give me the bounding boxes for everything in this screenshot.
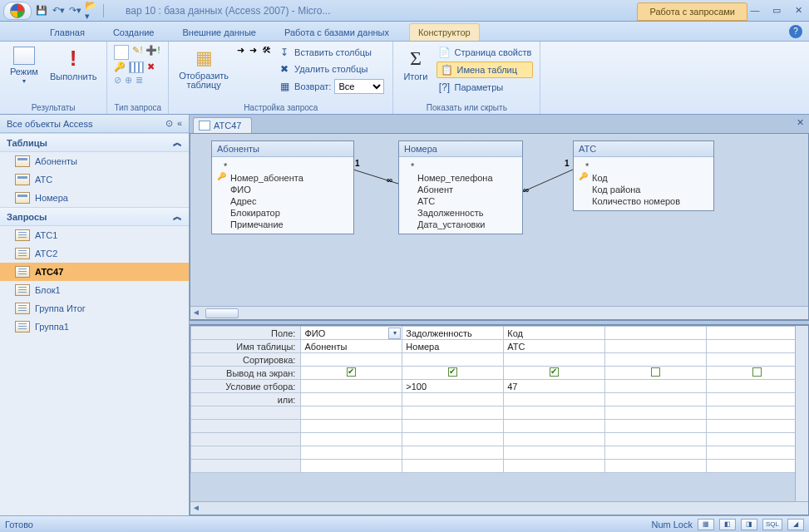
grid-cell-empty[interactable] bbox=[504, 460, 605, 473]
field-item[interactable]: * bbox=[580, 160, 707, 172]
builder-icon[interactable]: 🛠 bbox=[262, 45, 271, 56]
grid-cell-empty[interactable] bbox=[605, 446, 707, 460]
nav-item-table[interactable]: Номера bbox=[0, 189, 189, 207]
run-button[interactable]: ! Выполнить bbox=[47, 45, 100, 83]
tab-external-data[interactable]: Внешние данные bbox=[175, 24, 264, 41]
field-item[interactable]: Адрес bbox=[219, 195, 347, 207]
grid-cell-empty[interactable] bbox=[402, 446, 504, 460]
nav-collapse-icon[interactable]: « bbox=[177, 118, 182, 128]
grid-cell-empty[interactable] bbox=[605, 420, 707, 433]
grid-cell-or[interactable] bbox=[301, 393, 402, 406]
redo-icon[interactable]: ↷▾ bbox=[68, 4, 81, 17]
union-icon[interactable]: ⊘ bbox=[114, 75, 121, 86]
view-button[interactable]: Режим ▼ bbox=[7, 45, 42, 86]
totals-button[interactable]: Σ Итоги bbox=[400, 45, 431, 83]
checkbox-icon[interactable] bbox=[752, 367, 762, 377]
table-box-nomera[interactable]: Номера*Номер_телефонаАбонентАТСЗадолженн… bbox=[398, 140, 523, 234]
grid-cell-empty[interactable] bbox=[707, 460, 808, 473]
grid-cell-empty[interactable] bbox=[402, 460, 504, 473]
field-item[interactable]: Номер_абонента bbox=[219, 172, 347, 184]
field-item[interactable]: Абонент bbox=[406, 184, 515, 195]
grid-hscrollbar[interactable] bbox=[190, 501, 808, 515]
tab-create[interactable]: Создание bbox=[105, 24, 163, 41]
field-item[interactable]: Код района bbox=[580, 184, 707, 195]
grid-cell-empty[interactable] bbox=[402, 420, 504, 433]
grid-cell-table[interactable] bbox=[707, 340, 808, 353]
table-box-title[interactable]: Номера bbox=[399, 141, 522, 157]
delete-columns-button[interactable]: ✖Удалить столбцы bbox=[276, 62, 386, 76]
nav-item-query[interactable]: АТС1 bbox=[0, 226, 189, 244]
nav-item-query[interactable]: Группа Итог bbox=[0, 299, 189, 318]
grid-cell-empty[interactable] bbox=[504, 406, 605, 420]
grid-cell-criteria[interactable]: >100 bbox=[402, 380, 504, 393]
grid-cell-show[interactable] bbox=[301, 367, 402, 380]
nav-item-query[interactable]: АТС2 bbox=[0, 244, 189, 263]
grid-cell-field[interactable] bbox=[605, 327, 707, 340]
checkbox-icon[interactable] bbox=[448, 367, 457, 377]
grid-cell-empty[interactable] bbox=[402, 406, 504, 420]
tab-home[interactable]: Главная bbox=[42, 24, 93, 41]
return-select[interactable]: Все bbox=[334, 79, 384, 94]
view-pivot-button[interactable]: ◧ bbox=[719, 519, 736, 530]
field-item[interactable]: Примечание bbox=[219, 219, 347, 230]
grid-cell-empty[interactable] bbox=[301, 420, 402, 433]
return-button[interactable]: ▦Возврат: Все bbox=[276, 78, 386, 95]
open-icon[interactable]: 📂▾ bbox=[85, 4, 98, 17]
field-item[interactable]: * bbox=[406, 160, 515, 172]
grid-cell-field[interactable]: Код bbox=[504, 327, 605, 340]
grid-cell-sort[interactable] bbox=[707, 353, 808, 367]
help-button[interactable]: ? bbox=[789, 25, 802, 38]
checkbox-icon[interactable] bbox=[347, 367, 356, 377]
grid-cell-table[interactable]: АТС bbox=[504, 340, 605, 353]
field-item[interactable]: АТС bbox=[406, 195, 515, 207]
grid-cell-show[interactable] bbox=[402, 367, 504, 380]
show-table-button[interactable]: ▦ Отобразить таблицу bbox=[175, 45, 232, 91]
field-item[interactable]: Блокиратор bbox=[219, 207, 347, 219]
grid-cell-empty[interactable] bbox=[504, 446, 605, 460]
nav-item-table[interactable]: АТС bbox=[0, 170, 189, 189]
grid-cell-sort[interactable] bbox=[504, 353, 605, 367]
nav-item-query[interactable]: Блок1 bbox=[0, 281, 189, 299]
document-tab[interactable]: АТС47 bbox=[193, 117, 252, 133]
insert-columns-button[interactable]: ↧Вставить столбцы bbox=[276, 45, 386, 60]
field-item[interactable]: Дата_установки bbox=[406, 219, 515, 230]
field-item[interactable]: ФИО bbox=[219, 184, 347, 195]
field-item[interactable]: Задолженность bbox=[406, 207, 515, 219]
nav-group-tables[interactable]: Таблицы︽ bbox=[0, 133, 189, 152]
delete-query-icon[interactable]: ✖ bbox=[147, 62, 155, 73]
grid-cell-criteria[interactable] bbox=[605, 380, 707, 393]
grid-cell-table[interactable]: Абоненты bbox=[301, 340, 402, 353]
grid-cell-or[interactable] bbox=[402, 393, 504, 406]
checkbox-icon[interactable] bbox=[550, 367, 559, 377]
table-box-title[interactable]: АТС bbox=[574, 141, 713, 157]
tab-db-tools[interactable]: Работа с базами данных bbox=[276, 24, 397, 41]
grid-cell-sort[interactable] bbox=[402, 353, 504, 367]
grid-cell-empty[interactable] bbox=[504, 433, 605, 446]
insert-rows-icon[interactable]: ➜ bbox=[237, 45, 244, 56]
grid-vscrollbar[interactable] bbox=[795, 326, 808, 501]
make-table-icon[interactable]: ✎! bbox=[132, 45, 142, 60]
grid-cell-empty[interactable] bbox=[301, 460, 402, 473]
upper-pane-hscrollbar[interactable] bbox=[190, 306, 808, 319]
nav-dropdown-icon[interactable]: ⊙ bbox=[165, 118, 173, 128]
grid-cell-empty[interactable] bbox=[707, 420, 808, 433]
dropdown-icon[interactable]: ▾ bbox=[388, 328, 401, 339]
grid-cell-criteria[interactable] bbox=[707, 380, 808, 393]
grid-cell-or[interactable] bbox=[504, 393, 605, 406]
parameters-button[interactable]: [?]Параметры bbox=[437, 80, 534, 95]
nav-group-queries[interactable]: Запросы︽ bbox=[0, 207, 189, 226]
passthrough-icon[interactable]: ⊕ bbox=[125, 75, 132, 86]
query-design-upper-pane[interactable]: 1 ∞ ∞ 1 Абоненты*Номер_абонентаФИОАдресБ… bbox=[190, 133, 809, 320]
grid-cell-empty[interactable] bbox=[707, 406, 808, 420]
grid-cell-criteria[interactable]: 47 bbox=[504, 380, 605, 393]
view-sql-button[interactable]: SQL bbox=[762, 519, 782, 530]
field-item[interactable]: Код bbox=[580, 172, 707, 184]
grid-cell-empty[interactable] bbox=[301, 406, 402, 420]
office-button[interactable] bbox=[3, 2, 32, 20]
grid-cell-field[interactable] bbox=[707, 327, 808, 340]
grid-cell-table[interactable] bbox=[605, 340, 707, 353]
grid-cell-show[interactable] bbox=[707, 367, 808, 380]
grid-cell-sort[interactable] bbox=[605, 353, 707, 367]
nav-item-table[interactable]: Абоненты bbox=[0, 152, 189, 170]
grid-cell-empty[interactable] bbox=[605, 460, 707, 473]
